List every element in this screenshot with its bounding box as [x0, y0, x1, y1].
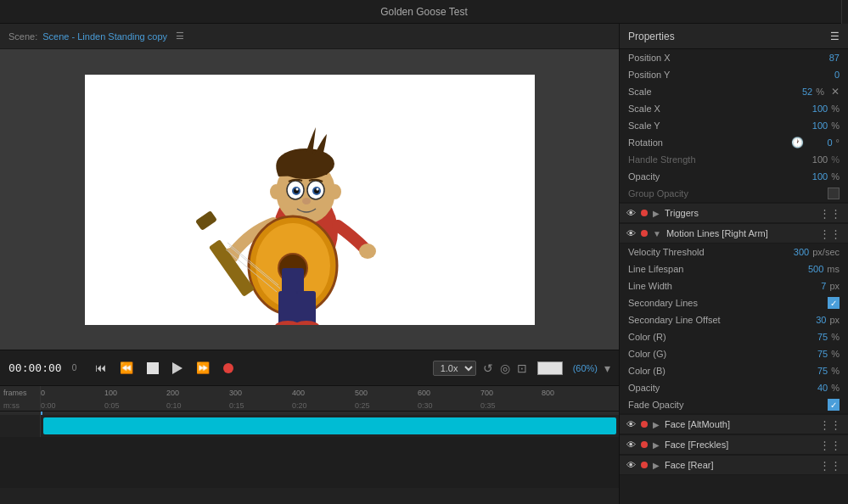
frame-mark-300: 300 — [229, 389, 242, 397]
line-lifespan-value[interactable]: 500 — [798, 264, 823, 274]
scale-y-label: Scale Y — [628, 120, 799, 131]
onion-skin-button[interactable]: ◎ — [500, 361, 510, 375]
triggers-menu-icon[interactable]: ⋮⋮ — [819, 207, 841, 220]
camera-button[interactable]: ⊡ — [517, 361, 527, 375]
motion-lines-visibility-icon[interactable]: 👁 — [626, 228, 636, 238]
line-width-label: Line Width — [628, 281, 797, 291]
position-x-label: Position X — [628, 53, 811, 63]
face-altmouth-title: Face [AltMouth] — [665, 419, 814, 429]
position-y-value[interactable]: 0 — [814, 70, 840, 80]
skip-back-button[interactable]: ⏮ — [92, 360, 110, 376]
prop-position-x: Position X 87 — [620, 49, 848, 66]
triggers-section[interactable]: 👁 ▶ Triggers ⋮⋮ — [620, 203, 848, 223]
step-back-button[interactable]: ⏪ — [116, 360, 137, 376]
secondary-line-offset-label: Secondary Line Offset — [628, 315, 797, 325]
motion-opacity-unit: % — [831, 383, 840, 393]
properties-menu-icon[interactable]: ☰ — [830, 31, 840, 42]
prop-handle-strength: Handle Strength 100 % — [620, 151, 848, 168]
scene-link[interactable]: Scene - Linden Standing copy — [42, 31, 167, 42]
face-rear-title: Face [Rear] — [665, 460, 814, 470]
prop-line-lifespan: Line Lifespan 500 ms — [620, 260, 848, 277]
prop-rotation: Rotation 🕐 0 ° — [620, 134, 848, 151]
loop-button[interactable]: ↺ — [483, 361, 493, 375]
speed-select[interactable]: 1.0x0.5x2.0x — [433, 361, 476, 376]
scene-menu-icon[interactable]: ☰ — [176, 31, 184, 42]
motion-lines-section[interactable]: 👁 ▼ Motion Lines [Right Arm] ⋮⋮ — [620, 223, 848, 244]
color-r-value[interactable]: 75 — [802, 332, 828, 342]
svg-point-17 — [359, 244, 376, 259]
face-rear-dot — [641, 462, 648, 468]
scale-x-value[interactable]: 100 — [802, 104, 828, 114]
transport-bar: 00:00:00 0 ⏮ ⏪ ⏩ 1.0x0.5x2.0x ↺ ◎ ⊡ — [0, 350, 619, 385]
triggers-visibility-icon[interactable]: 👁 — [626, 208, 636, 218]
velocity-threshold-value[interactable]: 300 — [783, 247, 809, 257]
secondary-line-offset-unit: px — [829, 315, 840, 325]
prop-color-b: Color (B) 75 % — [620, 362, 848, 379]
stop-button[interactable] — [143, 361, 162, 376]
face-freckles-section[interactable]: 👁 ▶ Face [Freckles] ⋮⋮ — [620, 434, 848, 455]
timeline-track-bar[interactable] — [43, 417, 616, 434]
face-rear-section[interactable]: 👁 ▶ Face [Rear] ⋮⋮ — [620, 455, 848, 475]
color-g-value[interactable]: 75 — [802, 349, 828, 359]
motion-lines-menu-icon[interactable]: ⋮⋮ — [819, 227, 841, 240]
line-width-value[interactable]: 7 — [800, 281, 826, 291]
motion-opacity-value[interactable]: 40 — [802, 383, 828, 393]
frame-mark-500: 500 — [355, 389, 368, 397]
play-icon — [172, 362, 183, 374]
scene-label: Scene: — [8, 31, 37, 42]
ruler-left-col: frames m:ss — [0, 386, 41, 411]
position-x-value[interactable]: 87 — [814, 53, 840, 63]
prop-velocity-threshold: Velocity Threshold 300 px/sec — [620, 244, 848, 260]
secondary-line-offset-value[interactable]: 30 — [800, 315, 826, 325]
face-altmouth-menu-icon[interactable]: ⋮⋮ — [819, 418, 841, 431]
triggers-dot — [641, 210, 648, 216]
color-swatch[interactable] — [537, 361, 563, 375]
timeline-tracks — [0, 415, 619, 437]
color-b-value[interactable]: 75 — [802, 366, 828, 376]
motion-lines-title: Motion Lines [Right Arm] — [666, 228, 814, 238]
rotation-value[interactable]: 0 — [807, 137, 833, 148]
scale-value[interactable]: 52 — [787, 87, 812, 97]
step-forward-button[interactable]: ⏩ — [193, 360, 213, 376]
prop-motion-opacity: Opacity 40 % — [620, 379, 848, 396]
frame-mark-700: 700 — [480, 389, 493, 397]
frame-mark-600: 600 — [418, 389, 430, 397]
character-svg — [85, 75, 535, 325]
line-lifespan-label: Line Lifespan — [628, 264, 795, 274]
motion-lines-expand-arrow[interactable]: ▼ — [653, 229, 661, 238]
scale-label: Scale — [628, 87, 783, 97]
opacity-label: Opacity — [628, 171, 799, 182]
face-freckles-expand-arrow[interactable]: ▶ — [653, 440, 660, 450]
prop-secondary-line-offset: Secondary Line Offset 30 px — [620, 311, 848, 328]
svg-point-12 — [316, 188, 318, 190]
svg-point-11 — [295, 188, 298, 190]
svg-point-15 — [329, 184, 341, 199]
rotation-clock-icon: 🕐 — [791, 137, 804, 148]
prop-scale-x: Scale X 100 % — [620, 100, 848, 117]
prop-color-r: Color (R) 75 % — [620, 328, 848, 345]
zoom-percentage[interactable]: (60%) — [573, 363, 598, 373]
face-rear-visibility-icon[interactable]: 👁 — [626, 460, 636, 470]
zoom-dropdown-button[interactable]: ▾ — [604, 361, 610, 375]
face-freckles-visibility-icon[interactable]: 👁 — [626, 440, 636, 450]
scale-y-value[interactable]: 100 — [802, 120, 828, 131]
play-button[interactable] — [169, 361, 186, 376]
face-rear-menu-icon[interactable]: ⋮⋮ — [819, 459, 841, 472]
opacity-value[interactable]: 100 — [802, 171, 828, 182]
rotation-unit: ° — [836, 137, 840, 148]
color-r-unit: % — [831, 332, 840, 342]
face-freckles-menu-icon[interactable]: ⋮⋮ — [819, 439, 841, 451]
record-button[interactable] — [220, 361, 237, 375]
face-altmouth-visibility-icon[interactable]: 👁 — [626, 419, 636, 429]
triggers-expand-arrow[interactable]: ▶ — [653, 209, 660, 218]
position-y-label: Position Y — [628, 70, 811, 80]
scale-close-icon[interactable]: ✕ — [831, 86, 840, 98]
face-altmouth-section[interactable]: 👁 ▶ Face [AltMouth] ⋮⋮ — [620, 414, 848, 434]
secondary-lines-checkbox[interactable] — [828, 297, 840, 309]
timeline-track-row — [0, 415, 619, 437]
face-altmouth-expand-arrow[interactable]: ▶ — [653, 420, 660, 429]
fade-opacity-checkbox[interactable] — [828, 399, 840, 411]
handle-strength-value: 100 — [802, 154, 828, 165]
face-rear-expand-arrow[interactable]: ▶ — [653, 461, 660, 470]
group-opacity-checkbox[interactable] — [828, 188, 840, 199]
